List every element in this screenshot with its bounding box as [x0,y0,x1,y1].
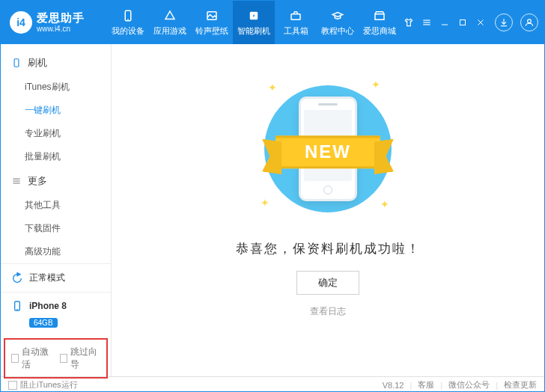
tshirt-icon[interactable] [402,16,415,29]
checkbox-icon [60,354,67,363]
refresh-icon [11,272,23,284]
appstore-icon [162,8,177,23]
nav-ringtone[interactable]: 铃声壁纸 [191,1,233,44]
success-illustration: NEW ✦ ✦ ✦ ✦ [231,74,425,224]
skip-guide-checkbox[interactable]: 跳过向导 [60,346,101,371]
sidebar-item-advanced[interactable]: 高级功能 [23,240,111,263]
sidebar-item-other[interactable]: 其他工具 [23,194,111,217]
phone-icon [121,8,136,23]
maximize-icon[interactable] [456,16,469,29]
svg-point-13 [528,19,532,23]
phone-icon [11,58,22,68]
store-icon [372,8,387,23]
minimize-icon[interactable] [438,16,451,29]
view-log-link[interactable]: 查看日志 [310,305,346,318]
nav-my-device[interactable]: 我的设备 [107,1,149,44]
svg-rect-14 [14,59,19,67]
sidebar-item-pro[interactable]: 专业刷机 [23,122,111,145]
auto-activate-checkbox[interactable]: 自动激活 [11,346,52,371]
sparkle-icon: ✦ [268,82,277,94]
sidebar-section-more[interactable]: 更多 [1,168,111,194]
close-icon[interactable] [474,16,487,29]
sparkle-icon: ✦ [371,79,380,91]
status-bar: 阻止iTunes运行 V8.12 | 客服 | 微信公众号 | 检查更新 [1,376,544,392]
toolbox-icon [288,8,303,23]
checkbox-icon [11,354,19,363]
sidebar-item-itunes[interactable]: iTunes刷机 [23,76,111,99]
app-logo: i4 爱思助手 www.i4.cn [10,11,100,34]
graduation-icon [330,8,345,23]
nav-apps[interactable]: 应用游戏 [149,1,191,44]
sparkle-icon: ✦ [380,198,389,210]
flash-icon [246,8,261,23]
menu-icon[interactable] [420,16,433,29]
sidebar-item-batch[interactable]: 批量刷机 [23,145,111,168]
nav-toolbox[interactable]: 工具箱 [275,1,317,44]
bottom-options: 自动激活 跳过向导 [4,338,108,379]
version-label: V8.12 [383,381,404,390]
block-itunes-checkbox[interactable]: 阻止iTunes运行 [8,379,78,391]
sidebar-item-firmware[interactable]: 下载固件 [23,217,111,240]
sidebar: 刷机 iTunes刷机 一键刷机 专业刷机 批量刷机 更多 其他工具 下载固件 … [1,44,112,376]
sidebar-section-flash[interactable]: 刷机 [1,50,111,76]
brand-url: www.i4.cn [37,25,85,33]
svg-rect-9 [460,20,466,25]
success-message: 恭喜您，保资料刷机成功啦！ [236,240,421,257]
update-link[interactable]: 检查更新 [504,379,537,391]
checkbox-icon [8,381,17,390]
storage-badge: 64GB [29,318,58,328]
main-content: NEW ✦ ✦ ✦ ✦ 恭喜您，保资料刷机成功啦！ 确定 查看日志 [112,44,544,376]
nav-flash[interactable]: 智能刷机 [233,1,275,44]
mode-indicator[interactable]: 正常模式 [1,263,111,292]
download-button[interactable] [495,13,513,31]
device-indicator[interactable]: iPhone 8 64GB [1,292,111,335]
sidebar-item-onekey[interactable]: 一键刷机 [23,99,111,122]
user-button[interactable] [520,13,538,31]
wechat-link[interactable]: 微信公众号 [448,379,490,391]
support-link[interactable]: 客服 [418,379,434,391]
picture-icon [204,8,219,23]
logo-icon: i4 [10,11,32,34]
sparkle-icon: ✦ [261,197,270,209]
nav-tutorial[interactable]: 教程中心 [317,1,359,44]
brand-name: 爱思助手 [37,12,85,25]
device-icon [11,300,23,312]
svg-rect-4 [291,14,300,20]
confirm-button[interactable]: 确定 [296,271,359,295]
new-ribbon: NEW [275,135,380,168]
top-nav: 我的设备 应用游戏 铃声壁纸 智能刷机 工具箱 教程中心 爱思商城 [107,1,401,44]
list-icon [11,176,22,186]
nav-store[interactable]: 爱思商城 [359,1,401,44]
